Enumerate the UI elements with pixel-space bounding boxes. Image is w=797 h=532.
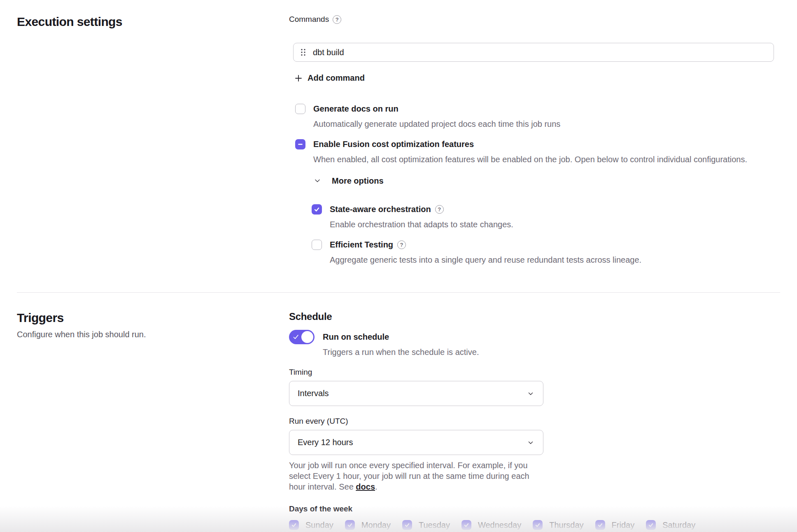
command-value: dbt build bbox=[313, 48, 344, 57]
day-checkbox-sunday[interactable]: Sunday bbox=[289, 520, 333, 530]
fusion-description: When enabled, all cost optimization feat… bbox=[313, 154, 747, 165]
triggers-section: Triggers Configure when this job should … bbox=[0, 293, 797, 530]
timing-value: Intervals bbox=[298, 389, 329, 398]
chevron-down-icon bbox=[314, 177, 321, 184]
plus-icon bbox=[294, 74, 303, 82]
more-options-toggle[interactable]: More options bbox=[314, 176, 384, 186]
commands-help-icon[interactable]: ? bbox=[333, 15, 341, 24]
efficient-testing-label: Efficient Testing bbox=[330, 240, 393, 250]
triggers-left-column: Triggers Configure when this job should … bbox=[17, 311, 289, 530]
generate-docs-description: Automatically generate updated project d… bbox=[313, 119, 560, 129]
state-aware-help-icon[interactable]: ? bbox=[435, 205, 444, 214]
day-label: Friday bbox=[612, 520, 635, 530]
fusion-row: Enable Fusion cost optimization features… bbox=[295, 139, 780, 165]
more-options-label: More options bbox=[332, 176, 384, 186]
state-aware-row: State-aware orchestration ? Enable orche… bbox=[312, 204, 780, 230]
state-aware-description: Enable orchestration that adapts to stat… bbox=[330, 219, 513, 230]
toggle-knob bbox=[301, 331, 313, 343]
checkbox-check-icon bbox=[533, 520, 543, 530]
commands-label: Commands bbox=[289, 15, 329, 24]
interval-help-text-body: Your job will run once every specified i… bbox=[289, 461, 529, 491]
state-aware-checkbox[interactable] bbox=[312, 204, 322, 215]
timing-label: Timing bbox=[289, 368, 780, 377]
day-checkbox-wednesday[interactable]: Wednesday bbox=[461, 520, 521, 530]
efficient-testing-help-icon[interactable]: ? bbox=[397, 240, 406, 249]
checkbox-check-icon bbox=[595, 520, 605, 530]
checkbox-check-icon bbox=[646, 520, 656, 530]
efficient-testing-checkbox[interactable] bbox=[312, 240, 322, 250]
fusion-checkbox[interactable] bbox=[295, 139, 305, 149]
day-label: Tuesday bbox=[419, 520, 450, 530]
run-on-schedule-row: Run on schedule Triggers a run when the … bbox=[289, 330, 780, 357]
run-every-select[interactable]: Every 12 hours bbox=[289, 430, 543, 455]
run-every-label: Run every (UTC) bbox=[289, 417, 780, 426]
days-of-week-row: Sunday Monday Tuesday Wednesday Thursday bbox=[289, 520, 780, 530]
day-checkbox-friday[interactable]: Friday bbox=[595, 520, 635, 530]
checkbox-check-icon bbox=[345, 520, 355, 530]
day-label: Thursday bbox=[549, 520, 583, 530]
state-aware-label: State-aware orchestration bbox=[330, 204, 431, 215]
efficient-testing-label-row: Efficient Testing ? bbox=[330, 240, 641, 250]
fusion-label: Enable Fusion cost optimization features bbox=[313, 139, 747, 149]
days-of-week-label: Days of the week bbox=[289, 504, 780, 513]
command-input[interactable]: dbt build bbox=[293, 43, 774, 62]
triggers-title: Triggers bbox=[17, 311, 289, 325]
execution-settings-title: Execution settings bbox=[17, 15, 289, 29]
day-label: Wednesday bbox=[478, 520, 521, 530]
toggle-check-icon bbox=[293, 334, 299, 340]
generate-docs-label: Generate docs on run bbox=[313, 104, 560, 114]
triggers-subtitle: Configure when this job should run. bbox=[17, 330, 289, 339]
chevron-down-icon bbox=[527, 439, 535, 447]
drag-handle-icon[interactable] bbox=[300, 48, 306, 57]
checkbox-check-icon bbox=[289, 520, 299, 530]
checkbox-check-icon bbox=[402, 520, 412, 530]
day-checkbox-saturday[interactable]: Saturday bbox=[646, 520, 695, 530]
run-on-schedule-toggle[interactable] bbox=[289, 330, 315, 344]
run-every-value: Every 12 hours bbox=[298, 438, 353, 447]
generate-docs-row: Generate docs on run Automatically gener… bbox=[295, 104, 780, 129]
checkbox-check-icon bbox=[461, 520, 471, 530]
triggers-right-column: Schedule Run on schedule Triggers a run … bbox=[289, 311, 780, 530]
day-checkbox-monday[interactable]: Monday bbox=[345, 520, 391, 530]
execution-settings-left-column: Execution settings bbox=[17, 15, 289, 265]
execution-settings-right-column: Commands ? dbt build Add command bbox=[289, 15, 780, 265]
day-label: Sunday bbox=[305, 520, 333, 530]
day-checkbox-thursday[interactable]: Thursday bbox=[533, 520, 583, 530]
docs-link[interactable]: docs bbox=[356, 482, 375, 491]
day-label: Saturday bbox=[662, 520, 695, 530]
schedule-title: Schedule bbox=[289, 311, 780, 322]
run-on-schedule-label: Run on schedule bbox=[323, 330, 479, 344]
job-settings-page: Execution settings Commands ? dbt build bbox=[0, 0, 797, 532]
generate-docs-checkbox[interactable] bbox=[295, 104, 305, 114]
efficient-testing-description: Aggregate generic tests into a single qu… bbox=[330, 254, 641, 265]
day-label: Monday bbox=[361, 520, 391, 530]
run-on-schedule-description: Triggers a run when the schedule is acti… bbox=[323, 348, 479, 357]
add-command-label: Add command bbox=[308, 73, 365, 83]
interval-help-text: Your job will run once every specified i… bbox=[289, 460, 536, 492]
execution-options-group: Generate docs on run Automatically gener… bbox=[295, 104, 780, 266]
execution-settings-section: Execution settings Commands ? dbt build bbox=[0, 15, 797, 265]
commands-label-row: Commands ? bbox=[289, 15, 780, 24]
timing-select[interactable]: Intervals bbox=[289, 381, 543, 406]
day-checkbox-tuesday[interactable]: Tuesday bbox=[402, 520, 450, 530]
state-aware-label-row: State-aware orchestration ? bbox=[330, 204, 513, 215]
efficient-testing-row: Efficient Testing ? Aggregate generic te… bbox=[312, 240, 780, 265]
chevron-down-icon bbox=[527, 390, 535, 398]
interval-help-text-period: . bbox=[375, 482, 378, 491]
add-command-button[interactable]: Add command bbox=[294, 73, 365, 83]
